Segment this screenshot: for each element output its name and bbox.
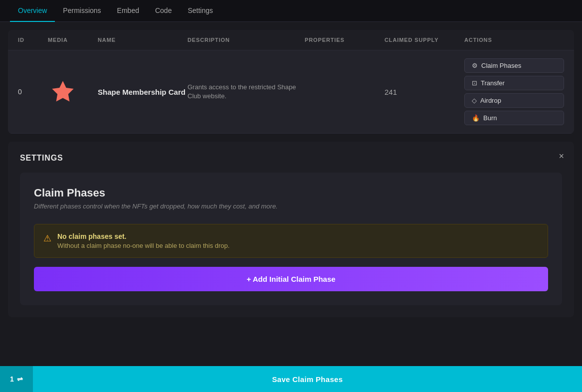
airdrop-button[interactable]: ◇ Airdrop	[464, 93, 564, 108]
col-header-properties: PROPERTIES	[305, 37, 385, 43]
cell-id: 0	[18, 88, 48, 96]
col-header-name: NAME	[98, 37, 188, 43]
col-header-claimed-supply: CLAIMED SUPPLY	[385, 37, 464, 43]
airdrop-icon: ◇	[472, 97, 477, 104]
counter-icon: ⇌	[17, 375, 23, 383]
counter-value: 1	[10, 375, 14, 383]
cell-media	[48, 77, 78, 107]
cell-claimed-supply: 241	[385, 88, 464, 96]
claim-phases-title: Claim Phases	[34, 187, 548, 199]
col-header-id: ID	[18, 37, 48, 43]
tab-settings[interactable]: Settings	[180, 0, 221, 22]
warning-title: No claim phases set.	[57, 232, 229, 240]
transfer-icon: ⊡	[472, 79, 477, 87]
main-table-container: ID MEDIA NAME DESCRIPTION PROPERTIES CLA…	[8, 30, 574, 134]
tab-code[interactable]: Code	[147, 0, 180, 22]
warning-description: Without a claim phase no-one will be abl…	[57, 242, 229, 249]
bottom-bar: 1 ⇌ Save Claim Phases	[0, 366, 582, 392]
col-header-media: MEDIA	[48, 37, 98, 43]
close-button[interactable]: ×	[559, 152, 564, 161]
fire-icon: 🔥	[472, 114, 480, 122]
warning-icon: ⚠	[43, 233, 51, 244]
settings-title: SETTINGS	[20, 154, 562, 163]
cell-name: Shape Membership Card	[98, 87, 188, 97]
no-claim-phases-warning: ⚠ No claim phases set. Without a claim p…	[34, 224, 548, 258]
add-initial-claim-phase-button[interactable]: + Add Initial Claim Phase	[34, 267, 548, 291]
warning-content: No claim phases set. Without a claim pha…	[57, 232, 229, 249]
tab-embed[interactable]: Embed	[109, 0, 147, 22]
claim-phases-button[interactable]: ⚙ Claim Phases	[464, 58, 564, 73]
star-media-icon	[50, 79, 76, 105]
cell-description: Grants access to the restricted Shape Cl…	[188, 83, 305, 101]
col-header-description: DESCRIPTION	[188, 37, 305, 43]
table-header: ID MEDIA NAME DESCRIPTION PROPERTIES CLA…	[8, 30, 574, 50]
tab-overview[interactable]: Overview	[10, 0, 55, 22]
cell-actions: ⚙ Claim Phases ⊡ Transfer ◇ Airdrop 🔥 Bu…	[464, 58, 564, 125]
claim-phases-subtitle: Different phases control when the NFTs g…	[34, 202, 548, 210]
claim-phases-card: Claim Phases Different phases control wh…	[20, 173, 562, 305]
gear-icon: ⚙	[472, 62, 478, 69]
tab-permissions[interactable]: Permissions	[55, 0, 109, 22]
save-claim-phases-button[interactable]: Save Claim Phases	[33, 375, 582, 384]
counter-badge: 1 ⇌	[0, 366, 33, 392]
settings-panel: SETTINGS × Claim Phases Different phases…	[8, 142, 574, 317]
burn-button[interactable]: 🔥 Burn	[464, 111, 564, 125]
top-navigation: Overview Permissions Embed Code Settings	[0, 0, 582, 22]
col-header-actions: ACTIONS	[464, 37, 564, 43]
table-row: 0 Shape Membership Card Grants access to…	[8, 50, 574, 134]
transfer-button[interactable]: ⊡ Transfer	[464, 76, 564, 90]
